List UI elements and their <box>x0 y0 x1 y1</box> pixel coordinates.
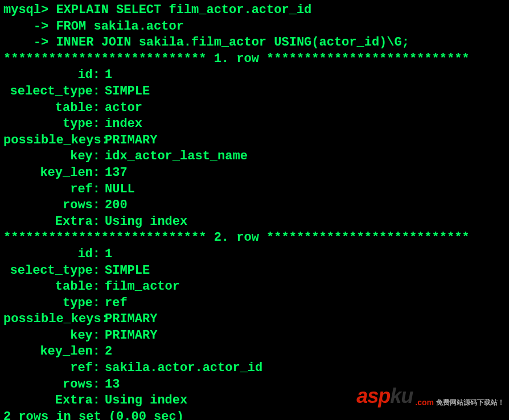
value-rows: 200 <box>105 197 128 214</box>
row2-select-type: select_type: SIMPLE <box>3 263 506 279</box>
label-possible-keys: possible_keys: <box>3 133 105 149</box>
value-table: actor <box>105 100 142 117</box>
result-footer: 2 rows in set (0.00 sec) <box>3 409 506 420</box>
value-ref: sakila.actor.actor_id <box>105 360 262 377</box>
row1-id: id: 1 <box>3 67 506 84</box>
row2-type: type: ref <box>3 295 506 312</box>
value-key: idx_actor_last_name <box>105 149 248 165</box>
label-extra: Extra: <box>3 393 105 409</box>
value-key-len: 137 <box>105 165 128 182</box>
row1-extra: Extra: Using index <box>3 214 506 230</box>
row1-type: type: index <box>3 116 506 133</box>
label-ref: ref: <box>3 360 105 377</box>
label-rows: rows: <box>3 377 105 393</box>
label-key: key: <box>3 149 105 165</box>
label-id: id: <box>3 246 105 263</box>
label-table: table: <box>3 100 105 117</box>
row2-ref: ref: sakila.actor.actor_id <box>3 360 506 377</box>
label-type: type: <box>3 116 105 133</box>
label-key-len: key_len: <box>3 165 105 182</box>
mysql-prompt-line3: -> INNER JOIN sakila.film_actor USING(ac… <box>3 35 506 51</box>
label-ref: ref: <box>3 182 105 198</box>
row1-ref: ref: NULL <box>3 182 506 198</box>
label-type: type: <box>3 295 105 312</box>
value-id: 1 <box>105 246 112 263</box>
mysql-prompt-line1: mysql> EXPLAIN SELECT film_actor.actor_i… <box>3 2 506 19</box>
value-extra: Using index <box>105 214 187 230</box>
value-possible-keys: PRIMARY <box>105 311 157 328</box>
label-key-len: key_len: <box>3 344 105 360</box>
row2-id: id: 1 <box>3 246 506 263</box>
watermark-logo-black: ku <box>390 384 413 407</box>
row-separator-2: *************************** 2. row *****… <box>3 230 506 246</box>
value-possible-keys: PRIMARY <box>105 133 157 149</box>
row1-key-len: key_len: 137 <box>3 165 506 182</box>
watermark-com: .com <box>415 397 434 407</box>
row-separator-1: *************************** 1. row *****… <box>3 51 506 68</box>
value-table: film_actor <box>105 279 180 295</box>
value-key: PRIMARY <box>105 328 157 344</box>
label-table: table: <box>3 279 105 295</box>
row2-key-len: key_len: 2 <box>3 344 506 360</box>
label-extra: Extra: <box>3 214 105 230</box>
row1-key: key: idx_actor_last_name <box>3 149 506 165</box>
watermark-subtitle: 免费网站源码下载站！ <box>436 398 504 407</box>
label-id: id: <box>3 67 105 84</box>
label-select-type: select_type: <box>3 84 105 100</box>
row1-possible-keys: possible_keys: PRIMARY <box>3 133 506 149</box>
row1-rows: rows: 200 <box>3 197 506 214</box>
row1-table: table: actor <box>3 100 506 117</box>
watermark: aspku .com 免费网站源码下载站！ <box>356 383 504 410</box>
label-rows: rows: <box>3 197 105 214</box>
watermark-logo: aspku <box>356 383 413 410</box>
value-extra: Using index <box>105 393 187 409</box>
row2-key: key: PRIMARY <box>3 328 506 344</box>
value-select-type: SIMPLE <box>105 84 150 100</box>
value-rows: 13 <box>105 377 120 393</box>
row2-possible-keys: possible_keys: PRIMARY <box>3 311 506 328</box>
mysql-prompt-line2: -> FROM sakila.actor <box>3 19 506 35</box>
label-select-type: select_type: <box>3 263 105 279</box>
row2-table: table: film_actor <box>3 279 506 295</box>
label-key: key: <box>3 328 105 344</box>
value-select-type: SIMPLE <box>105 263 150 279</box>
value-type: index <box>105 116 142 133</box>
watermark-logo-red: asp <box>356 384 390 407</box>
value-key-len: 2 <box>105 344 112 360</box>
value-type: ref <box>105 295 128 312</box>
row1-select-type: select_type: SIMPLE <box>3 84 506 100</box>
value-ref: NULL <box>105 182 135 198</box>
label-possible-keys: possible_keys: <box>3 311 105 328</box>
value-id: 1 <box>105 67 112 84</box>
